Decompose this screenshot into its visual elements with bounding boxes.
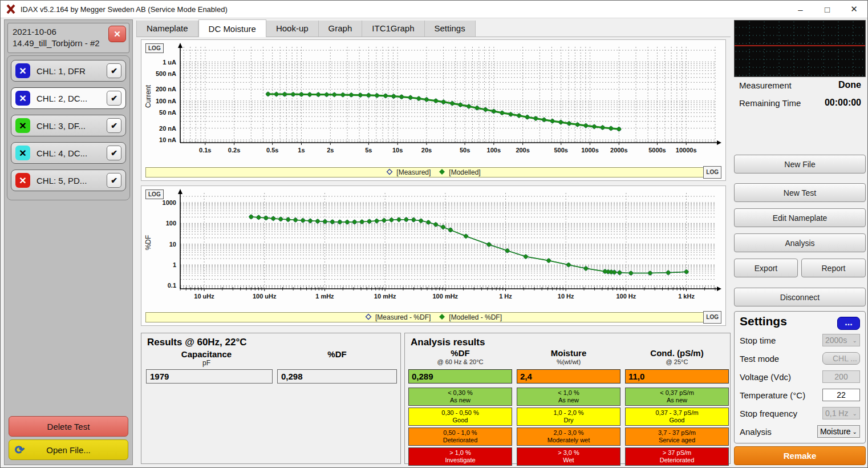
tab-itc1graph[interactable]: ITC1Graph: [362, 21, 424, 37]
analysis-column-subheader: @ 25°C: [625, 358, 729, 365]
svg-text:20 nA: 20 nA: [159, 125, 176, 132]
temperature-c-input[interactable]: 22: [822, 389, 860, 401]
analysis-scale-cell: 1,0 - 2,0 %Dry: [517, 408, 620, 426]
analysis-scale-moisture: < 1,0 %As new1,0 - 2,0 %Dry2,0 - 3,0 %Mo…: [517, 388, 620, 467]
legend-item-modelled-df: [Modelled - %DF]: [439, 313, 502, 322]
remaining-time-value: 00:00:00: [825, 98, 861, 108]
scale-label: Good: [453, 417, 468, 424]
svg-text:1000: 1000: [163, 199, 176, 206]
new-file-button[interactable]: New File: [734, 155, 866, 174]
remaining-time-label: Remaining Time: [739, 98, 801, 108]
analysis-column-cond-ps-m: Cond. (pS/m)@ 25°C11,0: [625, 348, 729, 365]
results-title: Results @ 60Hz, 22°C: [147, 337, 400, 348]
chart2-log-button[interactable]: LOG: [145, 189, 164, 199]
svg-text:1 kHz: 1 kHz: [678, 293, 695, 300]
chart1-legend-log-button[interactable]: LOG: [703, 166, 721, 179]
scale-label: Deteriorated: [443, 437, 478, 444]
channel-item-5[interactable]: ✕CHL: 5, PD...✔: [11, 170, 126, 191]
channel-item-3[interactable]: ✕CHL: 3, DF...✔: [11, 115, 126, 136]
chart2-legend-log-button[interactable]: LOG: [703, 311, 721, 324]
legend-label: [Modelled]: [449, 168, 480, 176]
test-header[interactable]: 2021-10-06 14.49_till_Torbjörn - #2 ✕: [7, 23, 129, 53]
svg-text:200s: 200s: [516, 147, 529, 154]
close-test-button[interactable]: ✕: [108, 26, 126, 42]
legend-item-modelled: [Modelled]: [439, 168, 480, 177]
analysis-results-box: Analysis results %DF@ 60 Hz & 20°C0,289<…: [404, 333, 731, 464]
window-controls: – □ ✕: [787, 1, 867, 18]
live-preview-chart: [734, 20, 866, 77]
test-date: 2021-10-06: [13, 26, 124, 38]
remake-button[interactable]: Remake: [734, 446, 866, 465]
scale-label: As new: [450, 397, 470, 404]
scale-range: 3,7 - 37 pS/m: [658, 429, 696, 437]
tab-bar: NameplateDC MoistureHook-upGraphITC1Grap…: [136, 19, 731, 37]
export-button[interactable]: Export: [734, 259, 798, 277]
stop-frequency-select: 0,1 Hz⌄: [822, 407, 860, 419]
disconnect-button[interactable]: Disconnect: [734, 288, 866, 306]
svg-text:100 mHz: 100 mHz: [432, 293, 458, 300]
legend-label: [Measured]: [396, 168, 431, 176]
scale-label: Investigate: [445, 457, 475, 464]
analysis-column-subheader: %(wt/wt): [517, 358, 620, 365]
svg-text:10000s: 10000s: [676, 147, 697, 154]
analysis-scale-cond-ps-m: < 0,37 pS/mAs new0,37 - 3,7 pS/mGood3,7 …: [625, 388, 729, 467]
channel-checkbox[interactable]: ✔: [107, 118, 121, 133]
minimize-icon[interactable]: –: [787, 1, 814, 18]
analysis-select[interactable]: Moisture⌄: [817, 425, 860, 438]
svg-text:Current: Current: [144, 84, 152, 108]
svg-text:1s: 1s: [298, 147, 305, 154]
svg-text:1: 1: [173, 261, 176, 268]
setting-value: Moisture: [820, 427, 851, 436]
current-time-chart-panel: LOG 0.1s0.2s0.5s1s2s5s10s20s50s100s200s5…: [141, 39, 726, 181]
analysis-column-subheader: @ 60 Hz & 20°C: [408, 358, 512, 365]
channel-label: CHL: 2, DC...: [36, 94, 107, 103]
chart1-log-button[interactable]: LOG: [145, 43, 164, 53]
analysis-button[interactable]: Analysis: [734, 233, 866, 252]
svg-text:100 nA: 100 nA: [156, 98, 176, 104]
scale-label: Service aged: [659, 437, 695, 444]
settings-menu-button[interactable]: ...: [837, 317, 860, 330]
svg-text:0.1: 0.1: [168, 282, 176, 289]
channel-checkbox[interactable]: ✔: [107, 146, 121, 160]
channel-checkbox[interactable]: ✔: [107, 91, 121, 106]
test-name: 14.49_till_Torbjörn - #2: [13, 38, 124, 49]
channel-checkbox[interactable]: ✔: [107, 63, 121, 78]
channel-item-2[interactable]: ✕CHL: 2, DC...✔: [11, 87, 126, 109]
analysis-column-df: %DF@ 60 Hz & 20°C0,289: [408, 348, 512, 365]
tab-dc-moisture[interactable]: DC Moisture: [198, 19, 266, 37]
stop-time-select: 2000s⌄: [822, 334, 860, 346]
title-bar: IDAX v5.2.164 by Megger Sweden AB (Servi…: [1, 1, 867, 18]
svg-text:1000s: 1000s: [581, 147, 599, 154]
channel-color-icon: ✕: [15, 91, 30, 106]
analysis-column-moisture: Moisture%(wt/wt)2,4: [517, 348, 620, 365]
analysis-value: 2,4: [517, 369, 620, 384]
analysis-scale-cell: > 3,0 %Wet: [517, 447, 620, 466]
scale-range: > 37 pS/m: [663, 449, 691, 457]
idax-logo-icon: [6, 4, 16, 14]
analysis-scale-cell: 0,37 - 3,7 pS/mGood: [625, 408, 729, 426]
report-button[interactable]: Report: [801, 259, 866, 277]
new-test-button[interactable]: New Test: [734, 183, 866, 202]
scale-label: As new: [558, 397, 579, 404]
svg-text:100 Hz: 100 Hz: [616, 293, 636, 300]
maximize-icon[interactable]: □: [814, 1, 841, 18]
channel-item-1[interactable]: ✕CHL: 1, DFR✔: [11, 60, 126, 82]
remaining-time-row: Remaining Time 00:00:00: [739, 98, 861, 108]
tab-graph[interactable]: Graph: [319, 21, 363, 37]
setting-label: Temperature (°C): [740, 390, 805, 400]
setting-row-temperature-c: Temperature (°C)22: [740, 389, 860, 401]
tab-hook-up[interactable]: Hook-up: [266, 21, 319, 37]
close-icon[interactable]: ✕: [841, 1, 867, 18]
tab-settings[interactable]: Settings: [425, 21, 476, 37]
open-file-button[interactable]: ⟳ Open File...: [9, 439, 128, 460]
svg-text:200 nA: 200 nA: [156, 86, 176, 92]
delete-test-button[interactable]: Delete Test: [9, 416, 128, 437]
tab-nameplate[interactable]: Nameplate: [136, 21, 198, 37]
edit-nameplate-button[interactable]: Edit Nameplate: [734, 208, 866, 227]
scale-range: > 1,0 %: [449, 449, 471, 457]
voltage-vdc-input: 200: [822, 370, 860, 383]
channel-checkbox[interactable]: ✔: [107, 173, 121, 188]
setting-row-analysis: AnalysisMoisture⌄: [740, 425, 860, 438]
channel-color-icon: ✕: [15, 63, 30, 78]
channel-item-4[interactable]: ✕CHL: 4, DC...✔: [11, 142, 126, 164]
